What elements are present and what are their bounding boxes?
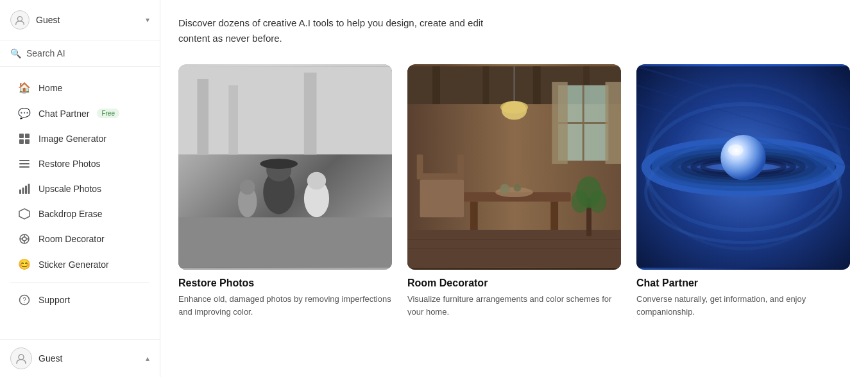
chat-icon: 💬: [18, 107, 31, 119]
card-chat-partner[interactable]: Chat Partner Converse naturally, get inf…: [636, 64, 850, 318]
sidebar-item-label: Image Generator: [38, 134, 106, 144]
sidebar-nav: 🏠 Home 💬 Chat Partner Free Image Generat…: [0, 67, 160, 339]
sidebar-bottom-user[interactable]: Guest ▴: [0, 339, 160, 377]
sidebar-item-support[interactable]: ? Support: [5, 288, 155, 312]
svg-point-31: [307, 172, 326, 189]
svg-point-53: [500, 184, 510, 194]
sidebar-item-room-decorator[interactable]: Room Decorator: [5, 227, 155, 251]
sticker-icon: 😊: [18, 258, 31, 270]
svg-rect-25: [228, 85, 238, 155]
svg-point-21: [19, 355, 24, 360]
svg-rect-39: [533, 66, 541, 104]
intro-text: Discover dozens of creative A.I tools to…: [178, 15, 499, 46]
cards-grid: Restore Photos Enhance old, damaged phot…: [178, 64, 850, 318]
card-restore-photos[interactable]: Restore Photos Enhance old, damaged phot…: [178, 64, 392, 318]
svg-rect-56: [420, 180, 464, 218]
sidebar-item-label: Support: [38, 295, 70, 305]
svg-point-29: [260, 159, 298, 169]
sidebar-header: Guest ▾: [0, 0, 160, 40]
svg-rect-57: [417, 154, 423, 179]
restore-photos-image: [178, 64, 392, 270]
sidebar-item-label: Sticker Generator: [38, 259, 109, 270]
home-icon: 🏠: [18, 82, 31, 94]
search-icon: 🔍: [10, 48, 21, 58]
card-room-decorator[interactable]: Room Decorator Visualize furniture arran…: [407, 64, 621, 318]
svg-rect-9: [22, 188, 24, 194]
svg-rect-26: [304, 73, 317, 154]
sidebar-item-label: Upscale Photos: [38, 184, 101, 194]
svg-point-81: [728, 145, 744, 156]
svg-rect-3: [19, 139, 24, 144]
svg-point-0: [17, 17, 22, 21]
restore-photos-icon: [18, 158, 31, 170]
svg-text:?: ?: [22, 297, 26, 304]
upscale-icon: [18, 183, 31, 195]
svg-rect-51: [550, 202, 558, 233]
user-name-header: Guest: [36, 15, 60, 25]
search-label: Search AI: [26, 48, 65, 58]
sidebar-item-sticker-generator[interactable]: 😊 Sticker Generator: [5, 252, 155, 277]
sidebar-item-upscale-photos[interactable]: Upscale Photos: [5, 177, 155, 201]
svg-rect-6: [19, 163, 30, 164]
sidebar-item-home[interactable]: 🏠 Home: [5, 75, 155, 100]
svg-rect-34: [178, 217, 392, 267]
sidebar: Guest ▾ 🔍 Search AI 🏠 Home 💬 Chat Partne…: [0, 0, 160, 377]
svg-rect-8: [19, 189, 21, 194]
chat-partner-image: [636, 64, 850, 270]
support-icon: ?: [18, 294, 31, 306]
svg-rect-23: [178, 66, 392, 154]
card-title-chat-partner: Chat Partner Converse naturally, get inf…: [636, 277, 850, 318]
sidebar-item-label: Home: [38, 83, 62, 93]
sidebar-search[interactable]: 🔍 Search AI: [0, 40, 160, 67]
room-decorator-icon: [18, 233, 31, 245]
chevron-up-icon: ▴: [146, 354, 149, 363]
free-badge: Free: [97, 109, 119, 118]
svg-rect-10: [25, 186, 27, 194]
svg-rect-2: [25, 134, 30, 138]
svg-rect-38: [483, 66, 489, 104]
svg-rect-7: [19, 166, 30, 168]
svg-rect-37: [432, 66, 440, 104]
svg-marker-12: [19, 209, 30, 219]
svg-rect-47: [552, 82, 567, 164]
sidebar-item-label: Chat Partner: [38, 109, 89, 119]
svg-point-80: [720, 135, 766, 180]
sidebar-item-image-generator[interactable]: Image Generator: [5, 127, 155, 151]
svg-point-54: [514, 184, 522, 191]
sidebar-item-restore-photos[interactable]: Restore Photos: [5, 152, 155, 176]
svg-rect-5: [19, 160, 30, 161]
backdrop-erase-icon: [18, 208, 31, 220]
svg-point-33: [240, 180, 255, 195]
room-decorator-image: [407, 64, 621, 270]
svg-rect-1: [19, 134, 24, 138]
svg-rect-24: [197, 79, 208, 155]
svg-rect-58: [457, 154, 464, 179]
svg-rect-4: [25, 139, 30, 144]
main-content: Discover dozens of creative A.I tools to…: [160, 0, 868, 377]
svg-point-64: [572, 190, 589, 213]
user-avatar-small: [10, 10, 30, 30]
svg-rect-48: [606, 82, 621, 164]
user-menu-trigger[interactable]: Guest: [10, 10, 60, 30]
svg-point-14: [22, 237, 26, 241]
sidebar-item-label: Room Decorator: [38, 234, 105, 244]
chevron-down-icon: ▾: [146, 15, 149, 24]
card-title-room-decorator: Room Decorator Visualize furniture arran…: [407, 277, 621, 318]
svg-point-43: [502, 101, 527, 119]
svg-rect-11: [28, 184, 30, 194]
user-avatar-large: [10, 347, 32, 369]
user-name-bottom: Guest: [38, 353, 62, 364]
sidebar-item-backdrop-erase[interactable]: Backdrop Erase: [5, 202, 155, 226]
svg-point-65: [589, 190, 606, 213]
image-generator-icon: [18, 133, 31, 145]
svg-rect-50: [470, 202, 478, 233]
card-title-restore-photos: Restore Photos Enhance old, damaged phot…: [178, 277, 392, 318]
sidebar-item-label: Restore Photos: [38, 159, 101, 169]
svg-rect-55: [420, 173, 464, 180]
sidebar-item-chat-partner[interactable]: 💬 Chat Partner Free: [5, 101, 155, 126]
sidebar-item-label: Backdrop Erase: [38, 209, 103, 219]
